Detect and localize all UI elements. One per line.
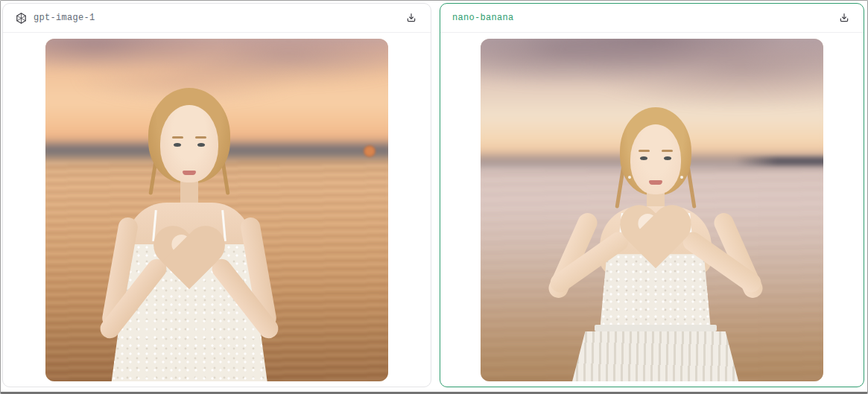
- earring: [680, 176, 683, 179]
- eyebrow: [195, 136, 206, 139]
- comparison-view: gpt-image-1: [0, 0, 868, 394]
- eyebrow: [662, 150, 673, 152]
- eye: [174, 143, 181, 147]
- generated-image: [45, 39, 388, 381]
- download-button[interactable]: [834, 9, 855, 27]
- panel-gpt-image-1: gpt-image-1: [2, 3, 431, 387]
- download-icon: [405, 12, 417, 24]
- dress-waistband: [595, 325, 717, 331]
- earring: [628, 176, 631, 179]
- eye: [197, 143, 205, 147]
- panel-body: [3, 33, 431, 387]
- heart-hands: [151, 227, 228, 296]
- woman-figure: [481, 39, 823, 381]
- download-icon: [838, 12, 850, 24]
- download-button[interactable]: [401, 9, 422, 27]
- eye: [640, 156, 647, 160]
- openai-logo-icon: [15, 12, 28, 25]
- heart-hands-opening: [636, 215, 675, 249]
- heart-hands: [617, 206, 694, 275]
- model-name: gpt-image-1: [34, 13, 95, 23]
- eyebrow: [172, 136, 183, 139]
- heart-hands-opening: [170, 235, 209, 270]
- panel-body: [440, 33, 864, 387]
- model-label-group: gpt-image-1: [15, 12, 95, 25]
- pleated-skirt: [572, 331, 739, 381]
- lips: [183, 171, 196, 175]
- generated-image: [481, 39, 823, 381]
- panel-header: nano-banana: [440, 4, 864, 33]
- lips: [649, 180, 662, 185]
- panel-header: gpt-image-1: [3, 4, 431, 33]
- model-label-group: nano-banana: [452, 13, 514, 23]
- panel-nano-banana: nano-banana: [440, 3, 864, 387]
- model-name: nano-banana: [452, 13, 514, 23]
- woman-figure: [45, 39, 388, 381]
- eyebrow: [639, 150, 650, 152]
- eye: [664, 156, 671, 160]
